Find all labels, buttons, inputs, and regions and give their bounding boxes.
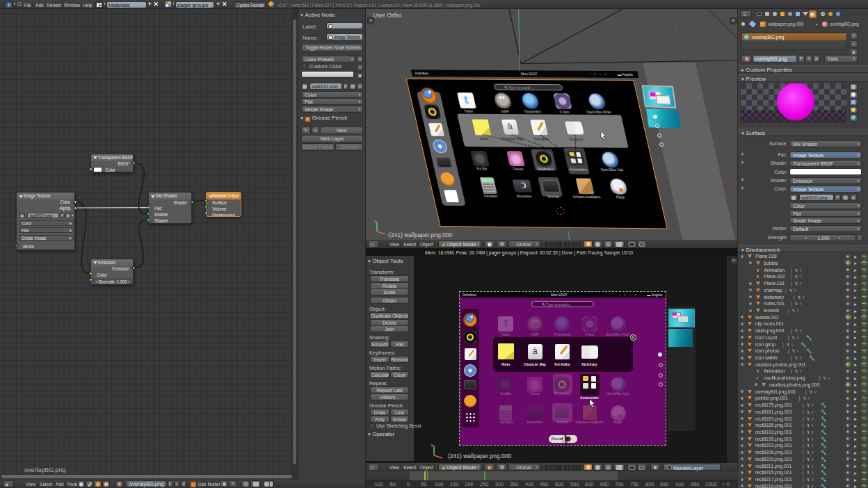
- svg-text:y: y: [431, 443, 433, 447]
- svg-text:y: y: [374, 219, 376, 223]
